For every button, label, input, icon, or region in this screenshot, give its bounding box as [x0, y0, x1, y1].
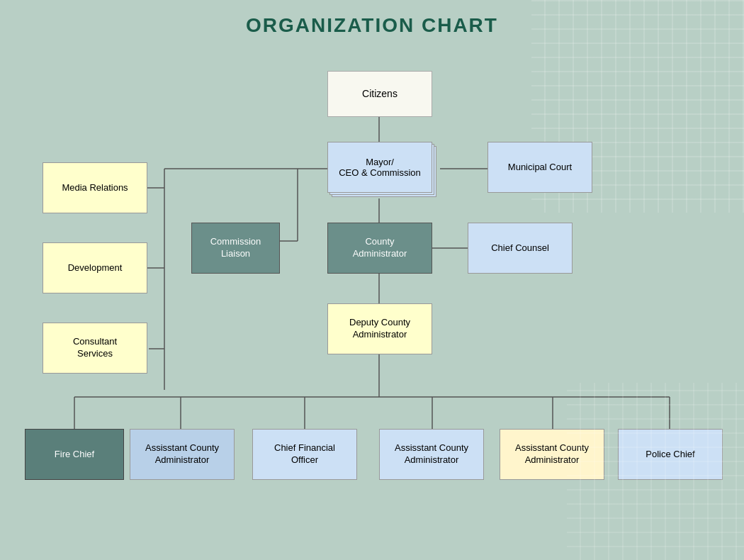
commission-liaison-label: Commission Liaison — [210, 236, 261, 260]
asst-county-admin-2-box: Assisstant County Administrator — [379, 429, 484, 480]
page-title: ORGANIZATION CHART — [0, 0, 744, 37]
police-chief-label: Police Chief — [646, 449, 694, 461]
citizens-box: Citizens — [327, 71, 432, 117]
deputy-county-admin-label: Deputy County Administrator — [349, 317, 410, 341]
county-admin-box: County Administrator — [327, 223, 432, 274]
chief-counsel-label: Chief Counsel — [491, 242, 549, 254]
media-relations-box: Media Relations — [43, 162, 147, 213]
asst-county-admin-1-label: Assisstant County Administrator — [145, 442, 219, 466]
consultant-services-label: Consultant Services — [73, 336, 117, 360]
mayor-label: Mayor/ CEO & Commission — [339, 157, 421, 178]
fire-chief-label: Fire Chief — [55, 449, 94, 461]
asst-county-admin-2-label: Assisstant County Administrator — [395, 442, 468, 466]
deputy-county-admin-box: Deputy County Administrator — [327, 303, 432, 354]
development-label: Development — [68, 262, 123, 274]
county-admin-label: County Administrator — [353, 236, 407, 260]
cfo-box: Chief Financial Officer — [252, 429, 357, 480]
asst-county-admin-1-box: Assisstant County Administrator — [130, 429, 235, 480]
cfo-label: Chief Financial Officer — [274, 442, 335, 466]
asst-county-admin-3-box: Assisstant County Administrator — [500, 429, 604, 480]
municipal-court-box: Municipal Court — [487, 142, 592, 193]
municipal-court-label: Municipal Court — [508, 162, 572, 174]
consultant-services-box: Consultant Services — [43, 323, 147, 374]
chief-counsel-box: Chief Counsel — [468, 223, 573, 274]
commission-liaison-box: Commission Liaison — [191, 223, 280, 274]
fire-chief-box: Fire Chief — [25, 429, 124, 480]
police-chief-box: Police Chief — [618, 429, 723, 480]
media-relations-label: Media Relations — [62, 182, 128, 194]
development-box: Development — [43, 242, 147, 293]
asst-county-admin-3-label: Assisstant County Administrator — [515, 442, 589, 466]
citizens-label: Citizens — [362, 87, 398, 100]
